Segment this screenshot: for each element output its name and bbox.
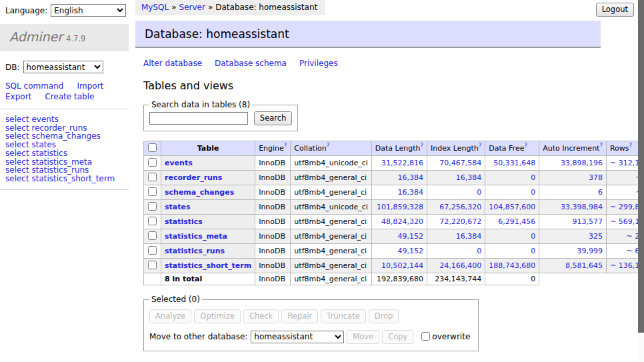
db-label: DB: <box>5 63 20 72</box>
move-database-select[interactable]: homeassistant <box>251 331 344 343</box>
row-checkbox[interactable] <box>148 202 157 211</box>
table-name-link[interactable]: statistics_short_term <box>165 261 251 270</box>
table-name-link[interactable]: events <box>165 159 193 167</box>
selected-fieldset: Selected (0) AnalyzeOptimizeCheckRepairT… <box>143 295 479 351</box>
column-header: Index Length? <box>427 141 485 156</box>
column-help-question[interactable]: ? <box>421 142 424 149</box>
logout-button[interactable]: Logout <box>596 3 634 17</box>
sidebar-action-link[interactable]: Create table <box>45 92 94 101</box>
data-length-cell: 10,502,144 <box>371 259 427 273</box>
table-name-link[interactable]: statistics_meta <box>165 232 227 241</box>
column-help-link[interactable]: ? <box>327 142 330 149</box>
auto-increment-cell: 33,898,196 <box>539 156 607 171</box>
search-legend: Search data in tables (8) <box>149 100 252 109</box>
database-nav-link[interactable]: Alter database <box>143 59 202 68</box>
column-help-question[interactable]: ? <box>327 142 330 149</box>
index-length-cell: 0 <box>427 244 485 259</box>
engine-cell: InnoDB <box>255 259 291 273</box>
sidebar-action-link[interactable]: SQL command <box>5 81 63 91</box>
table-name-link[interactable]: schema_changes <box>165 188 234 197</box>
data-free-cell: 104,857,600 <box>485 200 539 215</box>
index-length-cell: 16,384 <box>427 229 485 244</box>
breadcrumb-server-link[interactable]: Server <box>179 3 205 12</box>
language-row: Language:English <box>0 0 129 17</box>
table-name-link[interactable]: statistics_runs <box>165 247 225 255</box>
row-checkbox[interactable] <box>148 158 157 167</box>
move-button[interactable]: Move <box>347 330 379 344</box>
sidebar-select-table-link[interactable]: select states <box>5 141 129 149</box>
collation-cell: utf8mb4_general_ci <box>291 185 371 200</box>
engine-cell: InnoDB <box>255 200 291 215</box>
column-help-question[interactable]: ? <box>629 142 633 149</box>
column-help-link[interactable]: ? <box>629 142 633 149</box>
database-nav-link[interactable]: Privileges <box>299 59 338 68</box>
column-header-label: Data Length <box>375 144 421 153</box>
data-free-cell: 188,743,680 <box>485 259 539 273</box>
column-help-question[interactable]: ? <box>284 142 287 149</box>
data-length-cell: 49,152 <box>371 229 427 244</box>
table-name-link[interactable]: states <box>165 203 191 211</box>
select-all-checkbox[interactable] <box>148 143 157 152</box>
column-help-link[interactable]: ? <box>524 142 527 149</box>
column-header: Engine? <box>255 141 291 156</box>
row-checkbox[interactable] <box>148 231 157 240</box>
sidebar-action-link[interactable]: Import <box>77 81 103 91</box>
sidebar-action-link[interactable]: Export <box>5 92 31 101</box>
column-help-link[interactable]: ? <box>479 142 482 149</box>
collation-cell: utf8mb4_general_ci <box>291 171 371 185</box>
auto-increment-cell: 378 <box>539 171 607 185</box>
table-name-link[interactable]: statistics <box>165 217 203 226</box>
index-length-cell: 0 <box>427 185 485 200</box>
column-help-question[interactable]: ? <box>479 142 482 149</box>
sidebar-select-table-link[interactable]: select statistics_short_term <box>5 175 129 183</box>
table-row: events InnoDB utf8mb4_unicode_ci 31,522,… <box>144 156 644 171</box>
selected-action-button[interactable]: Truncate <box>321 309 366 323</box>
row-checkbox[interactable] <box>148 246 157 255</box>
selected-action-button[interactable]: Optimize <box>194 309 241 323</box>
column-header-label: Auto Increment <box>543 144 599 153</box>
db-select[interactable]: homeassistant <box>23 61 103 73</box>
column-help-link[interactable]: ? <box>599 142 603 149</box>
index-length-cell: 16,384 <box>427 171 485 185</box>
selected-action-button[interactable]: Repair <box>281 309 318 323</box>
sidebar-select-table-link[interactable]: select statistics <box>5 149 129 158</box>
index-length-cell: 67,256,320 <box>427 200 485 215</box>
sidebar-divider-bottom <box>0 189 129 190</box>
data-free-cell: 50,331,648 <box>485 156 539 171</box>
column-help-question[interactable]: ? <box>524 142 527 149</box>
select-all-cell <box>144 141 161 156</box>
data-length-cell: 31,522,816 <box>371 156 427 171</box>
row-checkbox[interactable] <box>148 217 157 225</box>
sidebar-action-links: SQL commandImportExportCreate table <box>0 73 121 103</box>
total-label-cell: 8 in total <box>161 273 255 285</box>
total-engine-cell: InnoDB <box>255 273 291 285</box>
table-name-cell: recorder_runs <box>161 171 255 185</box>
column-help-question[interactable]: ? <box>599 142 603 149</box>
overwrite-checkbox[interactable] <box>421 332 430 341</box>
row-checkbox-cell <box>144 185 161 200</box>
column-help-link[interactable]: ? <box>284 142 287 149</box>
search-input[interactable] <box>149 112 248 125</box>
scrollbar-thumb[interactable] <box>638 0 644 333</box>
table-row: statistics InnoDB utf8mb4_general_ci 48,… <box>144 215 644 229</box>
row-checkbox[interactable] <box>148 173 157 181</box>
selected-action-button[interactable]: Drop <box>369 309 399 323</box>
database-nav-link[interactable]: Database schema <box>215 59 287 68</box>
sidebar-select-table-link[interactable]: select events <box>5 115 129 124</box>
copy-button[interactable]: Copy <box>382 330 413 344</box>
breadcrumb: MySQL»Server»Database: homeassistant <box>135 0 325 15</box>
column-header-label: Table <box>197 144 219 153</box>
selected-action-button[interactable]: Analyze <box>149 309 191 323</box>
selected-action-button[interactable]: Check <box>243 309 279 323</box>
table-name-link[interactable]: recorder_runs <box>165 173 222 182</box>
column-header-label: Rows <box>610 144 629 153</box>
search-button[interactable]: Search <box>254 111 293 125</box>
breadcrumb-mysql-link[interactable]: MySQL <box>141 3 169 12</box>
engine-cell: InnoDB <box>255 229 291 244</box>
language-select[interactable]: English <box>51 4 126 17</box>
scrollbar-track[interactable] <box>638 0 644 362</box>
row-checkbox[interactable] <box>148 187 157 196</box>
column-help-link[interactable]: ? <box>421 142 424 149</box>
engine-cell: InnoDB <box>255 185 291 200</box>
row-checkbox[interactable] <box>148 261 157 269</box>
